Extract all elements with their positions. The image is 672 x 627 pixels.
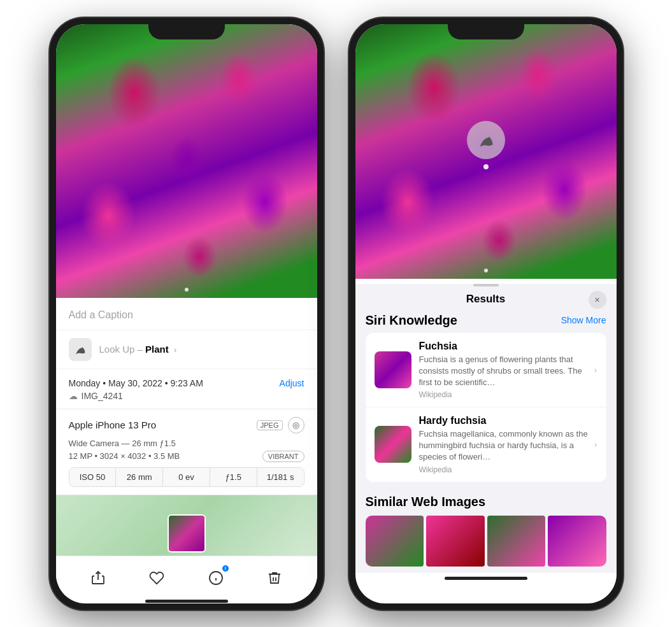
hardy-source: Wikipedia — [419, 465, 589, 474]
siri-knowledge-title: Siri Knowledge — [366, 313, 457, 328]
home-bar-right — [445, 577, 527, 580]
right-phone: Results × Siri Knowledge Show More — [349, 18, 623, 610]
photo-area-left — [56, 24, 317, 298]
caption-placeholder: Add a Caption — [69, 309, 133, 320]
share-button[interactable] — [85, 565, 111, 591]
web-image-4[interactable] — [548, 516, 606, 567]
results-title: Results — [466, 293, 505, 306]
adjust-button[interactable]: Adjust — [280, 378, 304, 388]
fuchsia-source: Wikipedia — [419, 390, 589, 399]
cloud-icon: ☁ — [69, 391, 78, 401]
lookup-icon — [69, 338, 92, 361]
close-button[interactable]: × — [589, 291, 606, 309]
delete-button[interactable] — [262, 565, 287, 591]
exif-shutter: 1/181 s — [257, 468, 304, 486]
web-image-3[interactable] — [487, 516, 546, 567]
caption-area[interactable]: Add a Caption — [56, 298, 317, 330]
map-area[interactable] — [56, 495, 317, 556]
siri-knowledge-section: Siri Knowledge Show More Fuchsia Fuchsia… — [355, 313, 617, 488]
exif-iso: ISO 50 — [69, 468, 117, 486]
photo-dot-left — [185, 288, 189, 292]
hardy-desc: Fuchsia magellanica, commonly known as t… — [419, 428, 589, 463]
info-button[interactable]: i — [203, 565, 229, 591]
device-section: Apple iPhone 13 Pro JPEG ◎ Wide Camera —… — [56, 409, 317, 495]
hardy-content: Hardy fuchsia Fuchsia magellanica, commo… — [419, 415, 589, 474]
home-bar-left — [145, 600, 228, 603]
fuchsia-chevron: › — [594, 365, 597, 375]
siri-dot — [483, 164, 489, 169]
info-badge: i — [221, 564, 230, 573]
photo-dot-right — [484, 269, 488, 272]
exif-ev: 0 ev — [163, 468, 210, 486]
web-images-grid — [366, 516, 606, 567]
mp-info: 12 MP • 3024 × 4032 • 3.5 MB VIBRANT — [69, 451, 304, 462]
hardy-thumbnail — [375, 426, 411, 463]
map-thumbnail — [168, 514, 206, 553]
toolbar: i — [56, 556, 317, 596]
web-images-title: Similar Web Images — [366, 495, 606, 509]
web-image-2[interactable] — [426, 516, 485, 567]
fuchsia-content: Fuchsia Fuchsia is a genus of flowering … — [419, 341, 589, 400]
web-image-1[interactable] — [366, 516, 424, 567]
device-name: Apple iPhone 13 Pro — [69, 419, 157, 430]
fuchsia-desc: Fuchsia is a genus of flowering plants t… — [419, 354, 589, 389]
hardy-title: Hardy fuchsia — [419, 415, 589, 426]
vibrant-badge: VIBRANT — [262, 451, 304, 462]
exif-mm: 26 mm — [116, 468, 163, 486]
left-phone: Add a Caption Look Up – Plant › — [50, 18, 324, 610]
meta-section: Monday • May 30, 2022 • 9:23 AM Adjust ☁… — [56, 369, 317, 409]
siri-card: Fuchsia Fuchsia is a genus of flowering … — [366, 333, 606, 482]
exif-aperture: ƒ1.5 — [210, 468, 257, 486]
location-icon[interactable]: ◎ — [288, 417, 304, 433]
siri-item-fuchsia[interactable]: Fuchsia Fuchsia is a genus of flowering … — [366, 333, 606, 408]
exif-row: ISO 50 26 mm 0 ev ƒ1.5 1/181 s — [69, 467, 304, 487]
favorite-button[interactable] — [144, 565, 169, 591]
meta-date: Monday • May 30, 2022 • 9:23 AM — [69, 378, 203, 388]
meta-filename: ☁ IMG_4241 — [69, 391, 304, 401]
fuchsia-thumbnail — [375, 351, 411, 388]
lookup-row[interactable]: Look Up – Plant › — [56, 330, 317, 369]
web-images-section: Similar Web Images — [355, 488, 617, 573]
device-badges: JPEG ◎ — [257, 417, 304, 433]
results-panel: Results × Siri Knowledge Show More — [355, 284, 617, 573]
siri-item-hardy[interactable]: Hardy fuchsia Fuchsia magellanica, commo… — [366, 407, 606, 482]
camera-info: Wide Camera — 26 mm ƒ1.5 — [69, 439, 304, 448]
lookup-label: Look Up – Plant › — [99, 344, 177, 355]
fuchsia-title: Fuchsia — [419, 341, 589, 352]
siri-button[interactable] — [467, 121, 505, 159]
show-more-button[interactable]: Show More — [561, 315, 606, 325]
hardy-chevron: › — [594, 439, 597, 449]
jpeg-badge: JPEG — [257, 420, 283, 430]
results-header: Results × — [355, 286, 617, 313]
photo-area-right — [355, 24, 617, 279]
